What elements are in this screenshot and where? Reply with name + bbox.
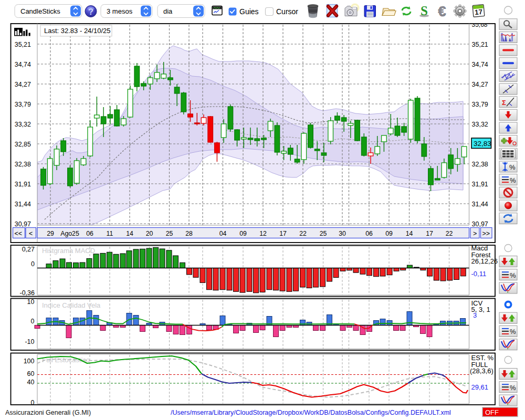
- svg-text:3 mesos: 3 mesos: [107, 7, 133, 15]
- svg-text:32,85: 32,85: [15, 141, 31, 148]
- svg-text:14: 14: [126, 230, 133, 237]
- svg-text:29: 29: [47, 230, 54, 237]
- svg-text:Assicurazioni Generali (G.MI): Assicurazioni Generali (G.MI): [5, 409, 91, 416]
- svg-text:%: %: [510, 328, 516, 335]
- svg-text:22: 22: [446, 230, 453, 237]
- svg-text:CandleSticks: CandleSticks: [20, 7, 60, 15]
- svg-text:0: 0: [31, 318, 35, 325]
- svg-text:22: 22: [299, 230, 307, 237]
- svg-text:31,91: 31,91: [472, 181, 488, 188]
- svg-text:Last: 32.83 - 24/10/25: Last: 32.83 - 24/10/25: [44, 27, 110, 35]
- svg-text:34,27: 34,27: [15, 81, 31, 88]
- svg-text:0: 0: [31, 399, 35, 406]
- svg-text:-0,11: -0,11: [471, 270, 487, 278]
- svg-text:26,12,26: 26,12,26: [471, 257, 498, 265]
- svg-text:Indice Calidad Vela: Indice Calidad Vela: [42, 301, 101, 309]
- svg-text:34,74: 34,74: [15, 61, 31, 68]
- svg-text:33,32: 33,32: [15, 121, 31, 128]
- svg-text:32,38: 32,38: [15, 161, 31, 168]
- svg-text:Guies: Guies: [239, 7, 259, 16]
- svg-text:31,91: 31,91: [15, 181, 31, 188]
- svg-text:30: 30: [339, 230, 346, 237]
- svg-text:<: <: [29, 230, 33, 237]
- svg-text:06: 06: [365, 230, 373, 237]
- svg-text:100: 100: [24, 358, 35, 365]
- svg-text:Histgrama MACD: Histgrama MACD: [42, 247, 95, 255]
- svg-text:Cursor: Cursor: [276, 7, 298, 16]
- svg-text:35,68: 35,68: [472, 21, 488, 28]
- svg-text:32,38: 32,38: [472, 161, 488, 168]
- svg-text:30,97: 30,97: [472, 220, 488, 228]
- svg-text:dia: dia: [163, 7, 173, 15]
- svg-text:%: %: [510, 176, 516, 184]
- svg-text:14: 14: [406, 230, 413, 237]
- svg-text:12: 12: [259, 230, 267, 237]
- svg-text:17: 17: [279, 230, 287, 237]
- svg-text:34,74: 34,74: [472, 61, 488, 68]
- svg-text:10: 10: [27, 298, 35, 306]
- svg-text:25: 25: [166, 230, 173, 237]
- svg-text:34,27: 34,27: [472, 81, 488, 88]
- svg-text:%: %: [510, 271, 516, 279]
- svg-text:28: 28: [185, 230, 193, 237]
- svg-text:<<: <<: [15, 230, 23, 237]
- svg-text:0: 0: [31, 260, 35, 268]
- svg-text:35,21: 35,21: [472, 41, 488, 48]
- svg-text:€: €: [438, 4, 446, 19]
- svg-text:06: 06: [86, 230, 93, 237]
- svg-text:>: >: [473, 230, 477, 237]
- svg-text:09: 09: [239, 230, 247, 237]
- svg-text:09: 09: [385, 230, 393, 237]
- svg-text:0,27: 0,27: [22, 246, 35, 253]
- svg-text:29,61: 29,61: [471, 383, 489, 391]
- svg-text:31,44: 31,44: [472, 201, 488, 208]
- svg-text:%: %: [510, 384, 516, 392]
- svg-text:3: 3: [473, 311, 477, 319]
- svg-text:OFF: OFF: [485, 408, 499, 416]
- svg-text:04: 04: [219, 230, 227, 237]
- svg-text:33,32: 33,32: [472, 121, 488, 128]
- svg-text:60: 60: [27, 370, 35, 377]
- svg-text:S: S: [421, 4, 428, 18]
- svg-text:?: ?: [88, 7, 93, 16]
- svg-text:31,44: 31,44: [15, 201, 31, 208]
- svg-text:-0,36: -0,36: [20, 289, 35, 297]
- svg-text:40: 40: [27, 379, 35, 386]
- svg-text:25: 25: [320, 230, 327, 237]
- svg-text:>>: >>: [482, 230, 490, 237]
- svg-text:/Users/mserra/Library/CloudSto: /Users/mserra/Library/CloudStorage/Dropb…: [171, 409, 451, 416]
- svg-text:35,21: 35,21: [15, 41, 31, 48]
- svg-text:33,79: 33,79: [472, 101, 488, 108]
- svg-text:(28,3,6): (28,3,6): [470, 367, 494, 375]
- svg-text:20: 20: [146, 230, 153, 237]
- svg-text:Σ: Σ: [502, 99, 506, 107]
- svg-text:17: 17: [426, 230, 433, 237]
- svg-text:-10: -10: [25, 338, 34, 345]
- svg-text:11: 11: [107, 230, 113, 237]
- svg-text:30,97: 30,97: [15, 220, 31, 228]
- svg-text:%: %: [509, 163, 516, 171]
- svg-text:17: 17: [475, 8, 483, 16]
- svg-text:Ago25: Ago25: [60, 230, 79, 237]
- svg-text:32,83: 32,83: [474, 140, 491, 148]
- svg-text:33,79: 33,79: [15, 101, 31, 108]
